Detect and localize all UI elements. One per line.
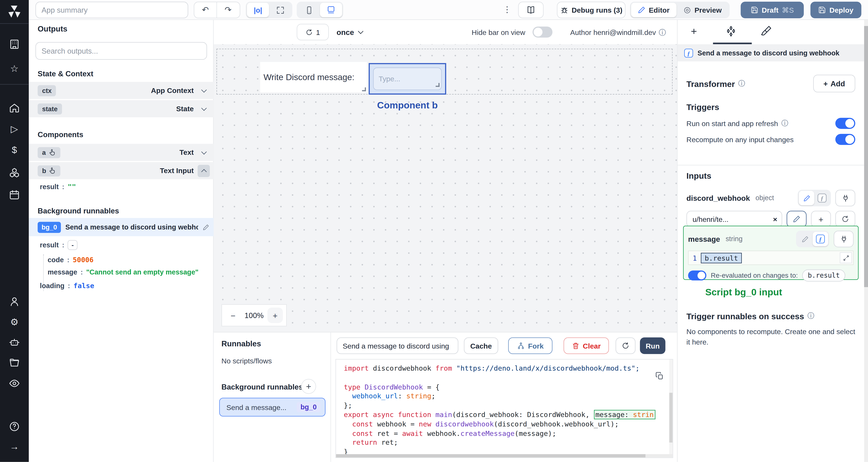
page-scrollbar[interactable] <box>864 20 868 462</box>
folders-icon[interactable] <box>8 357 21 369</box>
script-name-field[interactable]: Send a message to discord using <box>337 337 458 354</box>
app-summary-input[interactable] <box>35 2 188 18</box>
fork-button[interactable]: Fork <box>508 337 552 354</box>
info-icon[interactable]: ⓘ <box>659 28 666 38</box>
redo-icon[interactable]: ↷ <box>217 2 239 18</box>
align-components-icon[interactable]: |o| <box>247 3 269 17</box>
output-row-ctx[interactable]: ctx App Context <box>29 82 214 99</box>
variables-dollar-icon[interactable]: $ <box>8 144 21 157</box>
clear-x-icon[interactable]: × <box>773 215 777 223</box>
eval-fn-icon[interactable]: ƒ <box>814 191 830 205</box>
app-canvas-grid[interactable]: Write Discord message: Component b <box>214 44 677 332</box>
static-pencil-icon[interactable] <box>797 232 812 246</box>
user-icon[interactable] <box>8 295 21 307</box>
connect-plug-icon[interactable] <box>835 190 855 206</box>
refresh-resource-icon[interactable] <box>835 211 855 228</box>
mobile-view-icon[interactable] <box>298 3 320 17</box>
static-pencil-icon[interactable] <box>799 191 814 205</box>
desktop-view-icon[interactable] <box>320 3 342 17</box>
chevron-down-icon[interactable] <box>201 149 206 154</box>
tab-insert-plus-icon[interactable]: + <box>691 26 697 38</box>
info-icon[interactable]: ⓘ <box>738 79 745 88</box>
text-component-a[interactable]: Write Discord message: <box>260 62 367 93</box>
selected-component-b[interactable] <box>369 63 446 95</box>
refresh-count-button[interactable]: 1 <box>297 24 329 40</box>
code-vertical-scrollbar[interactable] <box>669 360 673 458</box>
collapse-arrow-icon[interactable]: → <box>8 441 21 453</box>
message-type: string <box>725 235 742 243</box>
deploy-button[interactable]: Deploy <box>810 2 861 18</box>
favorites-star-icon[interactable]: ☆ <box>8 62 21 75</box>
message-expression-editor[interactable]: 1 b.result <box>688 251 854 265</box>
device-preview-group <box>297 2 343 18</box>
run-button[interactable]: Run <box>640 337 665 354</box>
fork-icon <box>517 342 525 350</box>
add-runnable-button[interactable]: + <box>301 379 316 394</box>
settings-gear-icon[interactable]: ⚙ <box>8 316 21 328</box>
expand-editor-icon[interactable] <box>840 252 852 263</box>
eval-fn-icon[interactable]: ƒ <box>812 232 828 246</box>
component-row-b[interactable]: b Text Input <box>29 162 214 179</box>
expression-value[interactable]: b.result <box>701 253 742 263</box>
add-resource-plus-icon[interactable]: + <box>811 211 831 228</box>
clear-button[interactable]: Clear <box>564 337 609 354</box>
add-transformer-button[interactable]: +Add <box>813 75 855 92</box>
resource-picker[interactable]: u/henri/te... × <box>686 211 782 228</box>
zoom-in-button[interactable]: + <box>268 307 283 323</box>
docs-book-button[interactable] <box>518 2 544 18</box>
edit-pencil-icon[interactable] <box>203 224 209 230</box>
component-row-a[interactable]: a Text <box>29 144 214 161</box>
chevron-down-icon[interactable] <box>201 105 206 111</box>
workspace-icon[interactable] <box>8 38 21 51</box>
info-icon[interactable]: ⓘ <box>808 311 814 321</box>
search-outputs-input[interactable] <box>35 42 207 60</box>
recompute-toggle[interactable] <box>835 134 855 145</box>
tab-editor[interactable]: Editor <box>631 3 676 17</box>
bg-result-row[interactable]: result: - <box>40 240 78 250</box>
bg-runnable-row[interactable]: bg_0 Send a message to discord using web… <box>29 218 214 236</box>
help-icon[interactable] <box>8 421 21 433</box>
more-menu-kebab-icon[interactable]: ⋮ <box>503 4 512 14</box>
output-row-state[interactable]: state State <box>29 100 214 117</box>
refresh-script-button[interactable] <box>616 337 636 354</box>
b-result-row[interactable]: result: "" <box>40 183 76 191</box>
home-icon[interactable] <box>8 102 21 114</box>
runs-play-icon[interactable]: ▷ <box>8 123 21 135</box>
cache-button[interactable]: Cache <box>464 337 498 354</box>
hide-bar-toggle[interactable] <box>532 27 552 38</box>
debug-runs-button[interactable]: Debug runs (3) <box>557 2 626 18</box>
run-on-start-toggle[interactable] <box>835 118 855 129</box>
resource-value: u/henri/te... <box>692 215 728 223</box>
draft-button[interactable]: Draft⌘S <box>741 2 804 18</box>
reeval-toggle[interactable] <box>688 270 707 280</box>
collapse-chevron-up-icon[interactable] <box>198 165 210 177</box>
resources-cubes-icon[interactable] <box>8 166 21 179</box>
workers-robot-icon[interactable] <box>8 336 21 349</box>
resize-handle[interactable] <box>436 83 439 87</box>
scrollbar-thumb[interactable] <box>864 26 868 287</box>
run-mode-select[interactable]: once <box>337 24 362 40</box>
copy-code-icon[interactable] <box>655 372 664 382</box>
resize-handle[interactable] <box>362 87 366 91</box>
audit-eye-icon[interactable] <box>8 377 21 390</box>
reeval-target-pill[interactable]: b.result <box>802 269 845 282</box>
connect-plug-icon[interactable] <box>834 231 854 248</box>
code-editor[interactable]: import discordwebhook from "https://deno… <box>336 359 673 458</box>
fullscreen-expand-icon[interactable] <box>269 3 291 17</box>
discord-webhook-type: object <box>755 194 774 202</box>
edit-resource-pencil-icon[interactable] <box>786 211 807 228</box>
text-input-component[interactable] <box>373 67 442 90</box>
code-horizontal-scrollbar[interactable] <box>336 454 673 458</box>
info-icon[interactable]: ⓘ <box>781 119 788 128</box>
tab-preview[interactable]: Preview <box>676 3 728 17</box>
runnable-item-bg0[interactable]: Send a message... bg_0 <box>219 398 326 417</box>
collapse-box[interactable]: - <box>68 240 78 250</box>
tab-styling-brush-icon[interactable] <box>761 26 772 39</box>
zoom-out-button[interactable]: − <box>225 307 241 323</box>
tab-components-icon[interactable] <box>725 26 737 39</box>
windmill-logo-icon[interactable] <box>7 4 22 19</box>
refresh-icon <box>622 342 629 350</box>
schedules-calendar-icon[interactable] <box>8 189 21 201</box>
undo-icon[interactable]: ↶ <box>194 2 216 18</box>
chevron-down-icon[interactable] <box>201 87 206 92</box>
